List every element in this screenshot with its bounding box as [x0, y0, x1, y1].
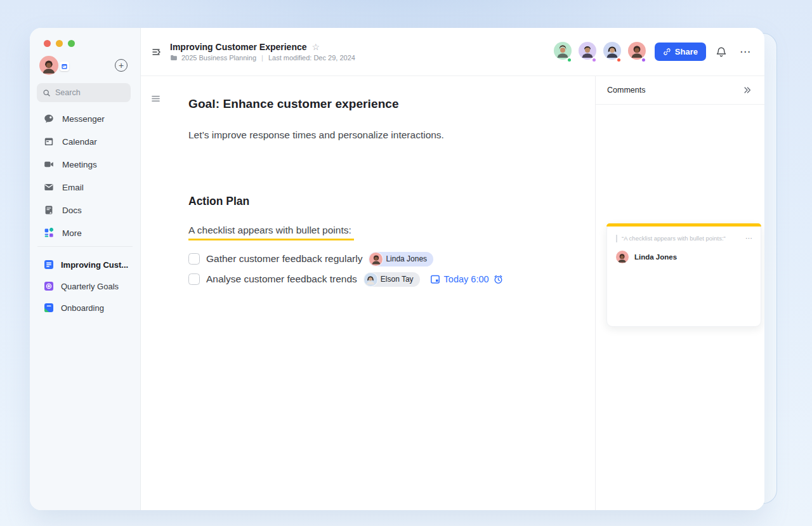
sidebar-item-calendar[interactable]: Calendar	[30, 130, 140, 153]
doc-heading[interactable]: Goal: Enhance customer experience	[188, 97, 399, 111]
doc-item-label: Improving Cust...	[61, 260, 128, 270]
comments-title: Comments	[607, 86, 645, 95]
status-dot	[591, 57, 597, 63]
sidebar-item-email[interactable]: Email	[30, 176, 140, 199]
checklist-item-text[interactable]: Gather customer feedback regularly	[206, 253, 362, 265]
checklist: Gather customer feedback regularly Linda…	[188, 249, 570, 289]
folder-icon	[170, 54, 178, 62]
sidebar-item-label: Meetings	[62, 160, 97, 169]
mention-pill-linda-jones[interactable]: Linda Jones	[369, 252, 433, 266]
sidebar-item-meetings[interactable]: Meetings	[30, 153, 140, 176]
mention-pill-elson-tay[interactable]: Elson Tay	[363, 272, 420, 287]
header-actions: Share ⋯	[554, 42, 754, 62]
status-dot	[641, 57, 646, 63]
checkbox-unchecked[interactable]	[188, 273, 200, 285]
comment-quote: “A checklist appears with bullet points:…	[622, 235, 741, 242]
hamburger-menu-icon[interactable]	[147, 90, 164, 107]
share-label: Share	[675, 47, 698, 56]
close-window-button[interactable]	[44, 40, 51, 47]
checkbox-unchecked[interactable]	[188, 253, 200, 265]
sidebar-doc-onboarding[interactable]: Onboarding	[30, 297, 140, 319]
status-dot	[566, 57, 572, 63]
sidebar-item-more[interactable]: More	[30, 221, 140, 244]
star-outline-icon[interactable]: ☆	[312, 43, 320, 51]
app-window: + Messenger Calendar Meetings Email	[30, 28, 764, 510]
mention-label: Elson Tay	[381, 275, 414, 284]
doc-teal-icon	[44, 303, 54, 313]
traffic-lights	[44, 40, 75, 47]
sidebar-item-label: Docs	[62, 206, 82, 215]
doc-purple-icon	[44, 281, 54, 291]
mention-avatar	[364, 273, 377, 286]
panel-expand-icon[interactable]	[148, 44, 165, 60]
checklist-item-text[interactable]: Analyse customer feedback trends	[206, 273, 357, 285]
comment-highlight-bar	[606, 223, 761, 227]
collaborator-avatar[interactable]	[603, 42, 621, 62]
breadcrumb-separator: |	[261, 54, 263, 62]
sidebar-doc-list: Improving Cust... Quarterly Goals Onboar…	[30, 254, 140, 319]
double-chevron-right-icon[interactable]	[740, 83, 754, 97]
link-icon	[663, 48, 671, 56]
doc-intro-paragraph[interactable]: Let’s improve response times and persona…	[188, 129, 444, 141]
meetings-icon	[44, 159, 54, 169]
comments-panel: Comments “A checklist appears with bulle…	[595, 76, 764, 510]
sidebar-doc-improving-customer-experience[interactable]: Improving Cust...	[30, 254, 140, 275]
docs-icon	[44, 205, 54, 215]
due-date-label: Today 6:00	[444, 274, 489, 284]
more-options-icon[interactable]: ⋯	[737, 43, 754, 61]
sidebar-item-label: Calendar	[62, 137, 97, 147]
minimize-window-button[interactable]	[56, 40, 63, 47]
comment-author-name: Linda Jones	[634, 253, 677, 261]
sidebar-item-label: More	[62, 228, 82, 238]
doc-section-heading[interactable]: Action Plan	[188, 195, 249, 208]
search-icon	[43, 89, 51, 97]
user-avatar[interactable]	[39, 56, 58, 75]
sidebar-item-label: Messenger	[62, 114, 105, 124]
share-button[interactable]: Share	[655, 43, 706, 61]
comment-quote-row: “A checklist appears with bullet points:…	[616, 234, 753, 242]
messenger-icon	[44, 114, 54, 124]
comment-author-row: Linda Jones	[616, 251, 752, 263]
email-icon	[44, 182, 54, 192]
doc-blue-icon	[44, 260, 54, 270]
doc-header: Improving Customer Experience ☆ 2025 Bus…	[141, 28, 764, 76]
collaborator-avatar[interactable]	[628, 42, 646, 62]
calendar-badge-icon	[60, 62, 69, 71]
add-new-button[interactable]: +	[115, 59, 128, 72]
collaborator-avatars	[554, 42, 646, 62]
sidebar-item-docs[interactable]: Docs	[30, 199, 140, 221]
breadcrumb: 2025 Business Planning | Last modified: …	[170, 54, 355, 62]
more-apps-icon	[44, 228, 54, 238]
bell-icon[interactable]	[712, 43, 730, 61]
comment-more-icon[interactable]: ⋯	[745, 234, 753, 242]
doc-item-label: Onboarding	[61, 303, 104, 313]
doc-item-label: Quarterly Goals	[61, 282, 119, 291]
sidebar: + Messenger Calendar Meetings Email	[30, 28, 141, 510]
comments-header: Comments	[596, 76, 764, 105]
comment-card[interactable]: “A checklist appears with bullet points:…	[606, 223, 761, 327]
title-block: Improving Customer Experience ☆ 2025 Bus…	[170, 42, 355, 62]
document-area: Goal: Enhance customer experience Let’s …	[141, 76, 595, 510]
due-date-chip[interactable]: Today 6:00	[430, 274, 504, 285]
mention-avatar	[369, 253, 383, 266]
sidebar-item-messenger[interactable]: Messenger	[30, 107, 140, 130]
sidebar-menu: Messenger Calendar Meetings Email Docs M…	[30, 107, 140, 244]
sidebar-divider	[37, 246, 133, 247]
comment-author-avatar	[616, 251, 629, 263]
alarm-clock-icon	[493, 274, 504, 285]
main-area: Improving Customer Experience ☆ 2025 Bus…	[141, 28, 764, 510]
quote-bar	[616, 235, 617, 242]
breadcrumb-folder[interactable]: 2025 Business Planning	[181, 54, 256, 62]
status-dot	[616, 57, 622, 63]
mention-label: Linda Jones	[386, 254, 427, 263]
calendar-icon	[44, 136, 54, 147]
zoom-window-button[interactable]	[68, 40, 75, 47]
collaborator-avatar[interactable]	[554, 42, 572, 62]
checklist-item: Gather customer feedback regularly Linda…	[188, 249, 570, 269]
search-input[interactable]	[55, 88, 125, 97]
collaborator-avatar[interactable]	[579, 42, 596, 62]
commented-text-highlight[interactable]: A checklist appears with bullet points:	[188, 225, 354, 240]
checklist-item: Analyse customer feedback trends Elson T…	[188, 269, 570, 289]
sidebar-doc-quarterly-goals[interactable]: Quarterly Goals	[30, 275, 140, 297]
search-box	[37, 83, 131, 102]
